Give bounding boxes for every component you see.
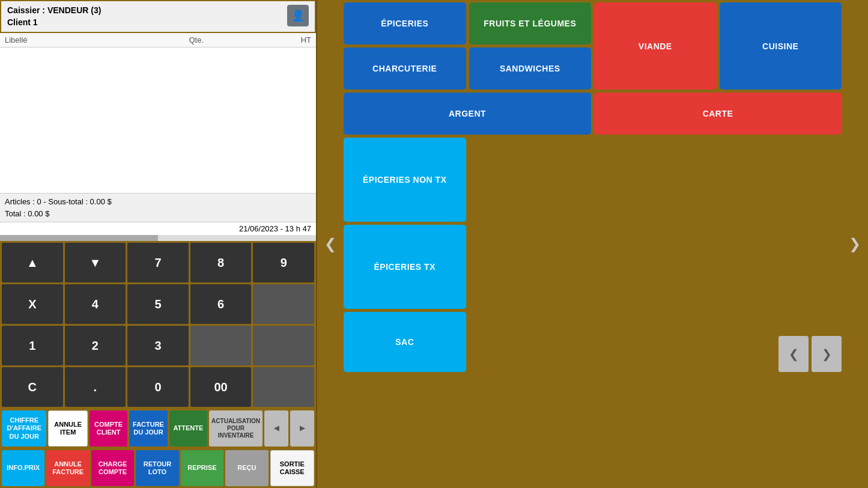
chiffre-affaire-button[interactable]: CHIFFRE D'AFFAIRE DU JOUR (2, 410, 46, 447)
grand-total: Total : 0.00 $ (5, 208, 311, 220)
cat-sandwiches-button[interactable]: SANDWICHES (469, 47, 592, 90)
btn-1[interactable]: 1 (2, 326, 63, 365)
progress-bar (0, 235, 316, 241)
numpad: ▲ ▼ 7 8 9 X 4 5 6 1 2 3 C . 0 00 (0, 241, 316, 409)
header-text: Caissier : VENDEUR (3) Client 1 (7, 5, 101, 28)
header-bar: Caissier : VENDEUR (3) Client 1 👤 (0, 0, 316, 33)
col-header-qte: Qte. (158, 35, 235, 44)
nav-arrow-right[interactable]: ❯ (844, 236, 866, 252)
btn-0[interactable]: 0 (127, 367, 189, 407)
btn-c[interactable]: C (2, 367, 63, 407)
cat-carte-button[interactable]: CARTE (594, 93, 842, 135)
user-icon-button[interactable]: 👤 (287, 5, 309, 26)
btn-00[interactable]: 00 (190, 367, 252, 407)
col-header-libelle: Libellé (5, 35, 158, 44)
btn-dot[interactable]: . (65, 367, 126, 407)
annule-item-button[interactable]: ANNULE ITEM (48, 410, 87, 447)
btn-blank3 (253, 326, 314, 365)
datetime-bar: 21/06/2023 - 13 h 47 (0, 222, 316, 235)
action-bar-1: CHIFFRE D'AFFAIRE DU JOUR ANNULE ITEM CO… (0, 409, 316, 448)
attente-button[interactable]: ATTENTE (169, 410, 207, 447)
btn-up[interactable]: ▲ (2, 243, 63, 282)
cat-epiceries-button[interactable]: ÉPICERIES (344, 2, 466, 44)
nav-small-right[interactable]: ❯ (812, 336, 842, 372)
reprise-button[interactable]: REPRISE (181, 450, 223, 486)
cat-fruits-legumes-button[interactable]: FRUITS ET LÉGUMES (469, 2, 592, 44)
col-header-ht: HT (235, 35, 312, 44)
btn-2[interactable]: 2 (65, 326, 126, 365)
compte-client-button[interactable]: COMPTE CLIENT (90, 410, 127, 447)
user-icon: 👤 (291, 9, 305, 22)
nav-left-1[interactable]: ◀ (264, 410, 288, 447)
cat-argent-button[interactable]: ARGENT (344, 93, 591, 135)
actualisation-button[interactable]: Actualisation pour inventaire (209, 410, 263, 447)
annule-facture-button[interactable]: ANNULE FACTURE (46, 450, 89, 486)
left-panel: Caissier : VENDEUR (3) Client 1 👤 Libell… (0, 0, 317, 488)
cat-sac-button[interactable]: SAC (344, 312, 466, 372)
facture-jour-button[interactable]: FACTURE DU JOUR (129, 410, 167, 447)
cat-epiceries-tx-button[interactable]: ÉPICERIES TX (344, 225, 466, 309)
datetime-value: 21/06/2023 - 13 h 47 (239, 224, 311, 233)
caissier-label: Caissier : VENDEUR (3) (7, 5, 101, 17)
info-prix-button[interactable]: INFO.PRIX (2, 450, 44, 486)
charge-compte-button[interactable]: CHARGE COMPTE (91, 450, 134, 486)
client-label: Client 1 (7, 17, 101, 29)
btn-3[interactable]: 3 (127, 326, 189, 365)
sortie-caisse-button[interactable]: SORTIE CAISSE (270, 450, 314, 486)
btn-x[interactable]: X (2, 284, 63, 324)
order-table-body (0, 47, 316, 193)
cat-epiceries-non-tx-button[interactable]: ÉPICERIES NON TX (344, 138, 466, 222)
nav-right-1[interactable]: ▶ (290, 410, 314, 447)
order-table-header: Libellé Qte. HT (0, 33, 316, 47)
right-panel: ❮ ÉPICERIES FRUITS ET LÉGUMES VIANDE CUI… (317, 0, 868, 488)
btn-blank1 (253, 284, 314, 324)
btn-9[interactable]: 9 (253, 243, 314, 282)
nav-small-left[interactable]: ❮ (778, 336, 809, 372)
btn-blank2 (190, 326, 252, 365)
recu-button[interactable]: REÇU (225, 450, 268, 486)
cat-viande-button[interactable]: VIANDE (594, 2, 717, 90)
totals-bar: Articles : 0 - Sous-total : 0.00 $ Total… (0, 193, 316, 222)
btn-6[interactable]: 6 (190, 284, 252, 324)
progress-left (0, 235, 158, 241)
action-bar-2: INFO.PRIX ANNULE FACTURE CHARGE COMPTE R… (0, 448, 316, 488)
btn-5[interactable]: 5 (127, 284, 189, 324)
btn-4[interactable]: 4 (65, 284, 126, 324)
cat-charcuterie-button[interactable]: CHARCUTERIE (344, 47, 466, 90)
retour-loto-button[interactable]: RETOUR LOTO (136, 450, 178, 486)
cat-cuisine-button[interactable]: CUISINE (720, 2, 842, 90)
btn-8[interactable]: 8 (190, 243, 252, 282)
articles-total: Articles : 0 - Sous-total : 0.00 $ (5, 196, 311, 208)
btn-down[interactable]: ▼ (65, 243, 126, 282)
btn-7[interactable]: 7 (127, 243, 189, 282)
order-table: Libellé Qte. HT (0, 33, 316, 193)
btn-blank4 (253, 367, 314, 407)
nav-arrow-left[interactable]: ❮ (320, 236, 341, 252)
